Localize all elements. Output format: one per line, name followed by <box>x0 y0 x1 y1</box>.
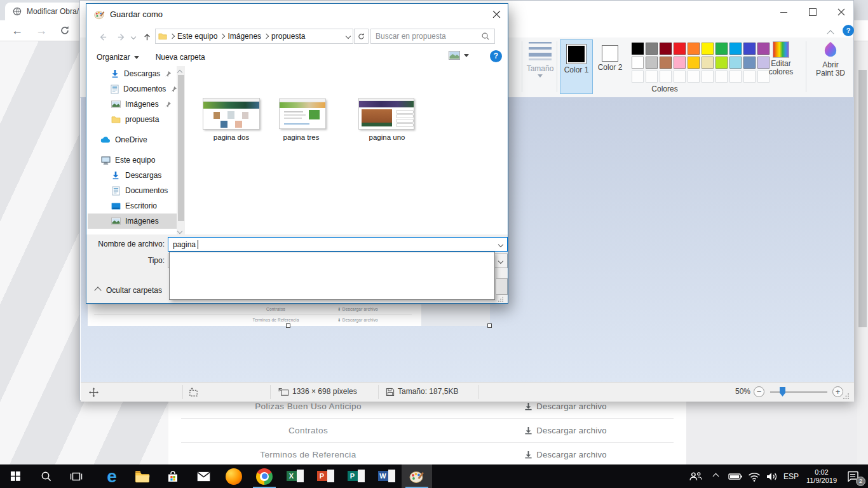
breadcrumb-item[interactable]: Este equipo <box>177 32 217 41</box>
palette-swatch[interactable] <box>743 57 756 69</box>
palette-swatch[interactable] <box>688 43 700 55</box>
hidden-button-edge[interactable] <box>496 278 508 295</box>
palette-swatch-empty[interactable] <box>715 71 728 83</box>
file-name[interactable]: pagina tres <box>263 133 339 141</box>
palette-swatch[interactable] <box>743 43 756 55</box>
palette-swatch-empty[interactable] <box>743 71 756 83</box>
taskbar-chrome[interactable] <box>249 464 280 488</box>
forward-button[interactable]: → <box>36 25 47 36</box>
recent-locations-dropdown[interactable] <box>128 29 139 44</box>
minimize-button[interactable] <box>770 1 798 24</box>
download-link[interactable]: Descargar archivo <box>483 419 648 442</box>
palette-swatch-empty[interactable] <box>688 71 700 83</box>
sidebar-item-descargas[interactable]: Descargas <box>88 66 177 81</box>
start-button[interactable] <box>0 464 31 488</box>
views-button[interactable] <box>449 51 469 60</box>
palette-swatch[interactable] <box>715 43 728 55</box>
sidebar-item-documentos[interactable]: Documentos <box>88 183 177 198</box>
file-thumbnail-pagina-tres[interactable] <box>279 98 326 129</box>
palette-swatch-empty[interactable] <box>674 71 686 83</box>
palette-swatch[interactable] <box>702 43 714 55</box>
wifi-icon[interactable] <box>746 464 763 488</box>
taskbar-paint[interactable] <box>402 464 432 488</box>
zoom-in-button[interactable]: + <box>832 386 843 397</box>
palette-swatch[interactable] <box>646 57 658 69</box>
file-name[interactable]: pagina uno <box>349 133 425 141</box>
zoom-out-button[interactable]: − <box>754 386 764 397</box>
dialog-close-button[interactable] <box>485 4 508 24</box>
back-button[interactable]: ← <box>11 25 23 36</box>
taskbar-store[interactable] <box>158 464 188 488</box>
palette-swatch[interactable] <box>660 43 672 55</box>
dialog-help-button[interactable]: ? <box>490 50 502 62</box>
up-button[interactable] <box>140 29 154 44</box>
sidebar-scrollbar-thumb[interactable] <box>178 75 184 221</box>
people-icon[interactable] <box>686 464 704 488</box>
window-resize-grip[interactable] <box>843 393 850 399</box>
palette-swatch[interactable] <box>729 57 742 69</box>
filename-input[interactable]: pagina <box>168 237 508 252</box>
filename-dropdown-arrow[interactable] <box>498 241 503 247</box>
page-scrollbar-thumb[interactable] <box>858 70 867 327</box>
address-dropdown-arrow[interactable] <box>346 34 351 39</box>
palette-swatch-empty[interactable] <box>646 71 658 83</box>
sidebar-item-propuesta[interactable]: propuesta <box>88 112 177 127</box>
file-thumbnail-pagina-dos[interactable] <box>203 98 260 130</box>
taskbar-search-button[interactable] <box>31 464 61 488</box>
palette-swatch[interactable] <box>632 43 644 55</box>
palette-swatch[interactable] <box>632 57 644 69</box>
palette-swatch[interactable] <box>674 43 686 55</box>
dialog-back-button[interactable] <box>94 29 111 44</box>
sidebar-item-este-equipo[interactable]: Este equipo <box>88 152 177 168</box>
sidebar-item-descargas[interactable]: Descargas <box>88 168 177 183</box>
palette-swatch[interactable] <box>688 57 700 69</box>
taskbar-word[interactable]: W <box>371 464 402 488</box>
size-button[interactable]: Tamaño <box>525 40 555 78</box>
paint-help-button[interactable]: ? <box>843 25 854 36</box>
organize-button[interactable]: Organizar <box>97 53 139 62</box>
dialog-forward-button[interactable] <box>113 29 130 44</box>
tray-overflow-chevron[interactable] <box>708 464 723 488</box>
palette-swatch-empty[interactable] <box>702 71 714 83</box>
address-bar[interactable]: Este equipo Imágenes propuesta <box>155 29 353 44</box>
palette-swatch-empty[interactable] <box>632 71 644 83</box>
open-paint3d-button[interactable]: Abrir Paint 3D <box>810 41 851 78</box>
clock[interactable]: 0:0211/9/2019 <box>802 464 841 488</box>
sidebar-scroll-down[interactable] <box>178 226 182 235</box>
refresh-button[interactable] <box>60 25 70 36</box>
zoom-slider-thumb[interactable] <box>780 387 785 396</box>
hide-folders-button[interactable]: Ocultar carpetas <box>95 286 162 295</box>
sidebar-item-imágenes[interactable]: Imágenes <box>88 214 177 229</box>
taskbar-powerpoint[interactable]: P <box>310 464 341 488</box>
file-thumbnail-pagina-uno[interactable] <box>358 98 414 130</box>
language-indicator[interactable]: ESP <box>780 464 802 488</box>
canvas-resize-handle[interactable] <box>286 323 290 328</box>
breadcrumb-item[interactable]: Imágenes <box>227 32 261 41</box>
palette-swatch-empty[interactable] <box>660 71 672 83</box>
new-folder-button[interactable]: Nueva carpeta <box>156 53 205 62</box>
taskbar-mail[interactable] <box>188 464 219 488</box>
palette-swatch[interactable] <box>729 43 742 55</box>
breadcrumb-item[interactable]: propuesta <box>271 32 305 41</box>
battery-icon[interactable] <box>727 464 743 488</box>
dialog-resize-grip[interactable] <box>498 296 504 302</box>
taskbar-excel[interactable]: X <box>280 464 310 488</box>
taskbar-publisher[interactable]: P <box>341 464 371 488</box>
palette-swatch[interactable] <box>715 57 728 69</box>
close-button[interactable] <box>827 1 855 24</box>
sidebar-item-onedrive[interactable]: OneDrive <box>88 132 177 147</box>
palette-swatch[interactable] <box>660 57 672 69</box>
palette-swatch[interactable] <box>674 57 686 69</box>
taskbar-edge[interactable]: e <box>97 464 127 488</box>
filename-autocomplete-dropdown[interactable] <box>169 252 495 300</box>
palette-swatch-empty[interactable] <box>729 71 742 83</box>
search-box[interactable]: Buscar en propuesta <box>370 29 495 44</box>
sidebar-item-imágenes[interactable]: Imágenes <box>88 97 177 112</box>
task-view-button[interactable] <box>61 464 92 488</box>
maximize-button[interactable] <box>798 1 827 24</box>
taskbar-firefox[interactable] <box>219 464 249 488</box>
download-link[interactable]: Descargar archivo <box>483 443 648 466</box>
zoom-slider-track[interactable] <box>770 391 827 393</box>
canvas-resize-handle[interactable] <box>487 323 492 328</box>
sidebar-item-escritorio[interactable]: Escritorio <box>88 198 177 214</box>
